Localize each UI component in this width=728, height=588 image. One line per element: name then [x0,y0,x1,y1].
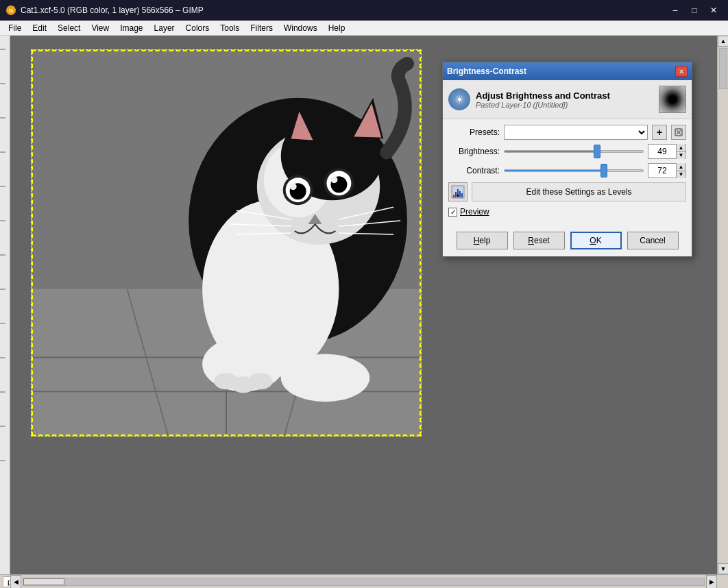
scrollbar-horizontal[interactable]: ◀ ▶ [10,574,717,588]
ok-button[interactable]: OK [570,232,622,249]
dialog-header-text: Adjust Brightness and Contrast Pasted La… [476,90,653,109]
menu-filters[interactable]: Filters [245,21,278,35]
scroll-thumb-h[interactable] [23,578,64,585]
menu-layer[interactable]: Layer [149,21,180,35]
contrast-spinner-up[interactable]: ▲ [677,163,685,171]
help-label: Help [474,236,491,245]
minimize-button[interactable]: – [666,3,684,17]
menu-colors[interactable]: Colors [180,21,215,35]
brightness-slider-track[interactable] [504,150,644,153]
contrast-slider-container[interactable] [504,164,644,177]
levels-text-button[interactable]: Edit these Settings as Levels [472,182,686,201]
brightness-spinner-down[interactable]: ▼ [677,152,685,160]
contrast-spinners: ▲ ▼ [676,163,685,178]
brightness-slider-container[interactable] [504,145,644,158]
svg-rect-79 [461,193,463,197]
dialog-preview-thumbnail [659,86,686,113]
svg-point-58 [330,176,337,183]
cancel-button[interactable]: Cancel [627,232,679,249]
delete-icon [674,127,683,137]
dialog-header: ☀ Adjust Brightness and Contrast Pasted … [443,80,692,119]
brightness-row: Brightness: ▲ ▼ [448,144,686,159]
reset-button[interactable]: Reset [513,232,565,249]
canvas-container [31,49,425,443]
preview-checkbox[interactable] [448,208,457,217]
svg-text:G: G [9,8,13,14]
scroll-right-btn[interactable]: ▶ [706,575,717,589]
contrast-spinner-down[interactable]: ▼ [677,171,685,179]
brightness-slider-thumb[interactable] [594,145,600,158]
canvas-image[interactable] [31,49,422,437]
dialog-header-icon: ☀ [448,88,470,110]
menu-view[interactable]: View [86,21,114,35]
scroll-down-btn[interactable]: ▼ [718,563,728,574]
preset-add-button[interactable]: + [652,125,667,140]
preview-row: Preview [448,207,686,217]
contrast-value-input[interactable] [648,164,676,177]
svg-point-57 [290,183,297,190]
svg-point-67 [281,354,370,402]
dialog-title: Brightness-Contrast [447,66,526,76]
app-icon: G [5,5,16,16]
brightness-spinners: ▲ ▼ [676,144,685,159]
brightness-spinner-up[interactable]: ▲ [677,144,685,152]
brightness-value-container[interactable]: ▲ ▼ [648,144,686,159]
title-bar-controls: – □ ✕ [666,3,723,17]
menu-bar: File Edit Select View Image Layer Colors… [0,21,728,36]
window-title: Cat1.xcf-5.0 (RGB color, 1 layer) 566x56… [21,5,204,15]
brightness-value-input[interactable] [648,145,676,158]
brightness-icon: ☀ [454,93,464,106]
maximize-button[interactable]: □ [685,3,703,17]
presets-label: Presets: [448,127,500,137]
dialog-title-bar[interactable]: Brightness-Contrast ✕ [443,62,692,80]
contrast-slider-fill [505,170,604,171]
presets-select[interactable] [504,125,648,140]
cancel-label: Cancel [640,236,665,245]
menu-help[interactable]: Help [323,21,351,35]
contrast-slider-track[interactable] [504,169,644,172]
title-bar-left: G Cat1.xcf-5.0 (RGB color, 1 layer) 566x… [5,5,204,16]
presets-row: Presets: + [448,125,686,140]
contrast-label: Contrast: [448,166,500,175]
menu-edit[interactable]: Edit [27,21,52,35]
menu-windows[interactable]: Windows [278,21,323,35]
scroll-track-h[interactable] [23,578,705,586]
preview-label: Preview [460,207,489,217]
ok-label: OK [590,236,601,245]
scroll-track-v[interactable] [719,48,727,89]
contrast-value-container[interactable]: ▲ ▼ [648,163,686,178]
scroll-left-btn[interactable]: ◀ [10,575,21,589]
brightness-slider-fill [505,151,597,152]
menu-file[interactable]: File [3,21,27,35]
levels-icon-button[interactable] [448,182,468,201]
ruler-svg-left [0,36,10,574]
help-button[interactable]: Help [457,232,508,249]
menu-image[interactable]: Image [114,21,148,35]
menu-select[interactable]: Select [52,21,86,35]
dialog-close-button[interactable]: ✕ [675,66,688,77]
levels-row: Edit these Settings as Levels [448,182,686,201]
dialog-header-subtitle: Pasted Layer-10 ([Untitled]) [476,101,653,109]
reset-label: Reset [528,236,549,245]
menu-tools[interactable]: Tools [215,21,245,35]
contrast-row: Contrast: ▲ ▼ [448,163,686,178]
brightness-contrast-dialog: Brightness-Contrast ✕ ☀ Adjust Brightnes… [442,62,692,257]
cat-image-svg [32,50,421,436]
brightness-label: Brightness: [448,147,500,156]
title-bar: G Cat1.xcf-5.0 (RGB color, 1 layer) 566x… [0,0,728,21]
preset-delete-button[interactable] [671,125,686,140]
close-button[interactable]: ✕ [705,3,723,17]
ruler-left [0,36,10,574]
scroll-up-btn[interactable]: ▲ [718,36,728,47]
dialog-body: Presets: + Brightness: [443,119,692,229]
dialog-buttons: Help Reset OK Cancel [443,229,692,256]
svg-rect-78 [459,191,461,197]
levels-icon [451,185,465,199]
scrollbar-vertical[interactable]: ▲ ▼ [717,36,728,574]
dialog-header-title: Adjust Brightness and Contrast [476,90,653,101]
contrast-slider-thumb[interactable] [600,164,607,177]
svg-point-70 [248,373,273,389]
